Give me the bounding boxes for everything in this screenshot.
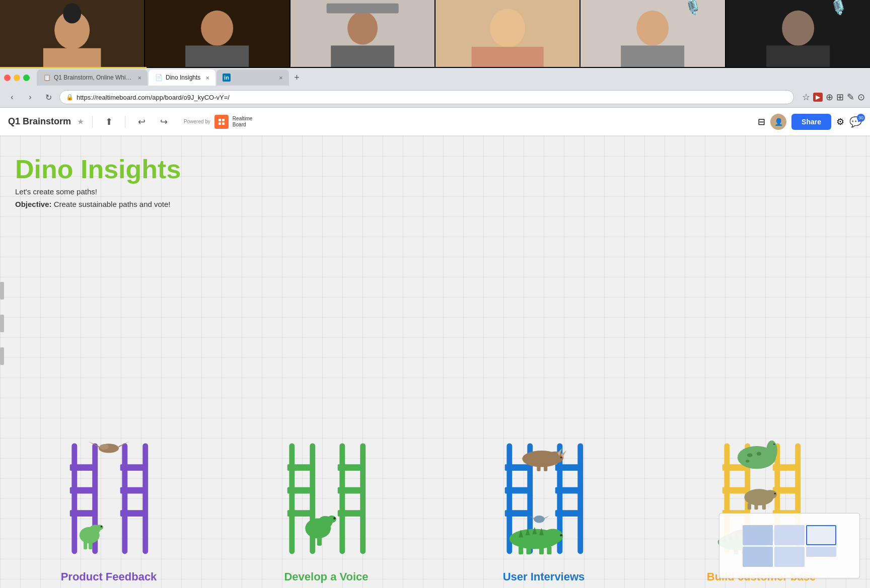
dino-col-develop-voice: Develop a Voice: [218, 412, 435, 588]
svg-rect-32: [70, 487, 98, 494]
tab-bar: 📋 Q1 Brainstorm, Online Whiteb... × 📄 Di…: [0, 68, 870, 87]
svg-rect-44: [89, 541, 92, 549]
tab-close-dino[interactable]: ×: [205, 74, 209, 82]
tab-close-linkedin[interactable]: ×: [279, 74, 283, 82]
main-content: Dino Insights Let's create some paths! O…: [0, 136, 870, 588]
back-button[interactable]: ‹: [5, 90, 19, 104]
close-window-dot[interactable]: [4, 75, 11, 81]
col-label-user-interviews: User Interviews: [503, 570, 585, 583]
new-tab-button[interactable]: +: [290, 70, 304, 85]
tab-label-dino: Dino Insights: [166, 74, 200, 81]
lock-icon: 🔒: [66, 94, 74, 101]
powered-by-section: Powered by RealtimeBoard: [184, 115, 252, 129]
svg-rect-22: [217, 117, 226, 126]
tab-close-q1[interactable]: ×: [137, 74, 141, 82]
svg-rect-88: [547, 546, 551, 554]
svg-rect-23: [219, 119, 221, 121]
svg-point-103: [773, 444, 775, 445]
video-cell-2[interactable]: [145, 0, 290, 67]
minimap[interactable]: [719, 513, 860, 578]
maximize-window-dot[interactable]: [23, 75, 30, 81]
svg-rect-69: [505, 510, 533, 517]
svg-rect-25: [219, 122, 221, 125]
share-button[interactable]: Share: [791, 114, 831, 130]
svg-rect-53: [338, 464, 366, 471]
board-objective: Objective: Create sustainable paths and …: [15, 200, 855, 208]
video-cell-1[interactable]: [0, 0, 145, 67]
svg-point-42: [101, 526, 103, 528]
svg-point-109: [774, 493, 776, 495]
tab-favicon-dino: 📄: [155, 74, 163, 82]
realtime-board-label: RealtimeBoard: [233, 116, 252, 128]
extension-icon-2[interactable]: ⊕: [826, 92, 833, 103]
svg-rect-52: [287, 510, 315, 517]
filter-icon[interactable]: ⊟: [758, 116, 765, 127]
svg-point-8: [347, 12, 378, 45]
svg-rect-50: [287, 464, 315, 471]
svg-rect-9: [331, 45, 394, 67]
redo-button[interactable]: ↪: [156, 114, 172, 130]
col-label-product-feedback: Product Feedback: [61, 570, 157, 583]
svg-rect-16: [621, 45, 684, 67]
refresh-button[interactable]: ↻: [41, 90, 55, 104]
extension-icon-3[interactable]: ⊞: [836, 92, 844, 103]
svg-rect-86: [526, 546, 531, 554]
undo-button[interactable]: ↩: [133, 114, 150, 130]
extension-icon-red[interactable]: ▶: [813, 93, 823, 102]
extension-icon-4[interactable]: ✎: [847, 92, 854, 103]
browser-chrome: 📋 Q1 Brainstorm, Online Whiteb... × 📄 Di…: [0, 68, 870, 108]
forward-button[interactable]: ›: [23, 90, 37, 104]
svg-rect-76: [537, 464, 540, 471]
svg-rect-72: [555, 510, 583, 517]
address-bar[interactable]: 🔒 https://realtimeboard.com/app/board/o9…: [59, 90, 794, 104]
right-toolbar-icons: ⊟ 👤 Share ⚙ 💬 30: [758, 114, 862, 130]
svg-rect-67: [505, 464, 533, 471]
svg-rect-54: [338, 487, 366, 494]
minimize-window-dot[interactable]: [14, 75, 20, 81]
svg-rect-20: [766, 45, 830, 67]
tab-q1-brainstorm[interactable]: 📋 Q1 Brainstorm, Online Whiteb... ×: [37, 69, 148, 86]
toolbar-separator-2: [125, 116, 125, 128]
tab-linkedin[interactable]: in ×: [216, 69, 289, 86]
svg-rect-95: [722, 487, 750, 494]
svg-point-12: [490, 9, 525, 47]
svg-rect-71: [555, 487, 583, 494]
address-bar-row: ‹ › ↻ 🔒 https://realtimeboard.com/app/bo…: [0, 87, 870, 107]
video-cell-3[interactable]: [291, 0, 436, 67]
svg-rect-34: [120, 464, 148, 471]
svg-rect-51: [287, 487, 315, 494]
objective-text: Create sustainable paths and vote!: [54, 200, 171, 208]
notification-icon[interactable]: 💬 30: [849, 116, 862, 128]
url-text: https://realtimeboard.com/app/board/o9J_…: [77, 94, 230, 101]
dino-visual-purple: [58, 435, 159, 566]
svg-rect-85: [519, 546, 523, 554]
favorite-icon[interactable]: ★: [77, 117, 84, 126]
svg-point-19: [782, 11, 814, 46]
svg-point-105: [757, 452, 761, 456]
svg-rect-33: [70, 510, 98, 517]
svg-rect-2: [43, 48, 101, 67]
user-avatar[interactable]: 👤: [770, 114, 786, 130]
settings-icon[interactable]: ⚙: [836, 116, 844, 127]
video-cell-6[interactable]: 🎙️: [726, 0, 870, 67]
bookmark-icon[interactable]: ☆: [802, 92, 810, 103]
svg-point-108: [764, 490, 776, 499]
powered-by-text: Powered by: [184, 119, 210, 124]
whiteboard[interactable]: Dino Insights Let's create some paths! O…: [0, 136, 870, 588]
extension-icon-5[interactable]: ⊙: [857, 92, 865, 103]
svg-rect-13: [472, 47, 544, 67]
notification-badge: 30: [857, 114, 865, 122]
svg-rect-31: [70, 464, 98, 471]
export-button[interactable]: ⬆: [101, 114, 117, 130]
svg-point-106: [746, 460, 749, 462]
tab-label-q1: Q1 Brainstorm, Online Whiteb...: [54, 74, 132, 81]
dino-col-user-interviews: User Interviews: [435, 412, 652, 588]
board-content: Dino Insights Let's create some paths! O…: [0, 136, 870, 588]
dino-col-product-feedback: Product Feedback: [0, 412, 218, 588]
tab-dino-insights[interactable]: 📄 Dino Insights ×: [149, 69, 215, 86]
svg-rect-55: [338, 510, 366, 517]
svg-point-38: [100, 444, 109, 450]
window-controls: [4, 75, 30, 81]
video-cell-5[interactable]: 🎙️: [581, 0, 726, 67]
video-cell-4[interactable]: [436, 0, 581, 67]
